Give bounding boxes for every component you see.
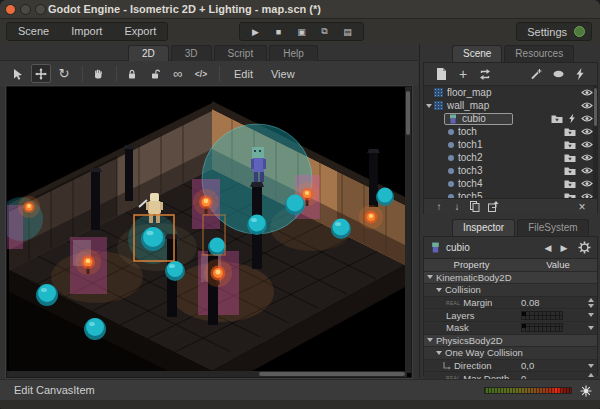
eye-icon[interactable] (581, 101, 593, 110)
tool-wand-button[interactable] (525, 65, 547, 83)
history-forward-button[interactable]: ▶ (556, 243, 572, 253)
eye-icon[interactable] (581, 114, 593, 123)
script-bolt-icon[interactable] (568, 113, 576, 124)
tab-resources[interactable]: Resources (504, 45, 574, 62)
property-layers[interactable]: Layers (424, 309, 597, 322)
lock-button[interactable] (122, 64, 142, 83)
move-down-button[interactable]: ↓ (448, 200, 466, 214)
instanced-folder-icon[interactable] (564, 179, 576, 189)
pan-tool-button[interactable] (88, 64, 108, 83)
move-up-button[interactable]: ↑ (430, 200, 448, 214)
tree-row-toch1[interactable]: toch1 (424, 138, 597, 151)
eye-icon[interactable] (581, 140, 593, 149)
eye-icon[interactable] (581, 192, 593, 198)
property-direction[interactable]: Direction 0,0 (424, 360, 597, 373)
titlebar[interactable]: Godot Engine - Isometric 2D + Lighting -… (0, 0, 600, 19)
collapse-arrow-icon[interactable] (436, 288, 442, 292)
tab-script[interactable]: Script (214, 45, 268, 61)
add-node-button[interactable]: + (452, 65, 474, 83)
mask-bitmask-control[interactable] (521, 323, 563, 332)
play-scene-button[interactable]: ▣ (290, 23, 313, 40)
eye-icon[interactable] (581, 127, 593, 136)
property-margin[interactable]: REAL Margin 0.08 (424, 297, 597, 310)
canvas-menu-edit[interactable]: Edit (225, 68, 262, 80)
window-maximize-button[interactable] (35, 4, 46, 15)
viewport-horizontal-scrollbar[interactable] (7, 371, 407, 377)
delete-node-button[interactable]: × (573, 200, 591, 214)
menu-scene[interactable]: Scene (7, 23, 60, 40)
group-button[interactable]: ∞ (168, 64, 188, 83)
new-scene-button[interactable] (430, 65, 452, 83)
tree-scroll-thumb[interactable] (594, 88, 597, 126)
menu-import[interactable]: Import (60, 23, 113, 40)
property-mask[interactable]: Mask (424, 322, 597, 335)
instance-scene-button[interactable] (474, 65, 496, 83)
stop-button[interactable]: ■ (267, 23, 290, 40)
tree-row-cubio[interactable]: cubio (424, 112, 597, 125)
collapse-arrow-icon[interactable] (427, 338, 433, 342)
dropdown-arrow-icon[interactable] (588, 364, 594, 368)
direction-value[interactable]: 0,0 (521, 360, 534, 371)
dropdown-arrow-icon[interactable] (588, 313, 594, 317)
menu-export[interactable]: Export (113, 23, 167, 40)
select-tool-button[interactable] (8, 64, 28, 83)
collapse-arrow-icon[interactable] (427, 275, 433, 279)
edit-script-button[interactable]: </> (191, 64, 211, 83)
viewport-vertical-scrollbar[interactable] (405, 87, 411, 373)
window-close-button[interactable] (5, 4, 16, 15)
tree-row-toch5[interactable]: toch5 (424, 190, 597, 198)
spinner-control[interactable] (588, 298, 594, 308)
play-custom-scene-button[interactable]: ⧉ (313, 23, 336, 40)
margin-value[interactable]: 0.08 (521, 297, 540, 308)
tree-row-toch4[interactable]: toch4 (424, 177, 597, 190)
group-one-way-collision[interactable]: One Way Collision (424, 347, 597, 360)
instanced-folder-icon[interactable] (564, 192, 576, 199)
settings-button[interactable]: Settings (516, 22, 592, 41)
viewport-vscroll-thumb[interactable] (406, 91, 410, 135)
dropdown-arrow-icon[interactable] (588, 326, 594, 330)
unlock-button[interactable] (145, 64, 165, 83)
tree-row-wall-map[interactable]: wall_map (424, 99, 597, 112)
tab-filesystem[interactable]: FileSystem (517, 219, 588, 236)
reparent-button[interactable] (484, 200, 502, 214)
tree-row-toch2[interactable]: toch2 (424, 151, 597, 164)
tab-inspector[interactable]: Inspector (452, 219, 515, 236)
collapse-arrow-icon[interactable] (436, 351, 442, 355)
instanced-folder-icon[interactable] (564, 153, 576, 163)
eye-icon[interactable] (581, 166, 593, 175)
instanced-folder-icon[interactable] (564, 127, 576, 137)
tab-2d[interactable]: 2D (128, 45, 169, 61)
eye-icon[interactable] (581, 88, 593, 97)
move-tool-button[interactable] (31, 64, 51, 83)
tool-bolt-button[interactable] (569, 65, 591, 83)
sun-icon[interactable] (580, 385, 592, 397)
expand-arrow-icon[interactable] (426, 104, 432, 108)
eye-icon[interactable] (581, 179, 593, 188)
category-kinematicbody2d[interactable]: KinematicBody2D (424, 272, 597, 285)
group-collision[interactable]: Collision (424, 284, 597, 297)
category-physicsbody2d[interactable]: PhysicsBody2D (424, 335, 597, 348)
play-button[interactable]: ▶ (244, 23, 267, 40)
tree-scrollbar[interactable] (593, 86, 597, 198)
canvas-viewport[interactable] (6, 86, 412, 378)
tree-row-toch3[interactable]: toch3 (424, 164, 597, 177)
gear-icon[interactable] (578, 241, 591, 254)
layers-bitmask-control[interactable] (521, 311, 563, 320)
eye-icon[interactable] (581, 153, 593, 162)
tool-visibility-button[interactable] (547, 65, 569, 83)
tree-row-toch[interactable]: toch (424, 125, 597, 138)
debug-options-button[interactable]: ▤ (336, 23, 359, 40)
viewport-hscroll-thumb[interactable] (259, 372, 405, 376)
tab-scene[interactable]: Scene (452, 45, 502, 62)
tree-row-floor-map[interactable]: floor_map (424, 86, 597, 99)
canvas-menu-view[interactable]: View (262, 68, 304, 80)
window-minimize-button[interactable] (20, 4, 31, 15)
rotate-tool-button[interactable]: ↻ (54, 64, 74, 83)
duplicate-button[interactable] (466, 200, 484, 214)
history-back-button[interactable]: ◀ (540, 243, 556, 253)
instanced-folder-icon[interactable] (551, 114, 563, 124)
tab-3d[interactable]: 3D (171, 45, 212, 61)
instanced-folder-icon[interactable] (564, 140, 576, 150)
instanced-folder-icon[interactable] (564, 166, 576, 176)
tab-help[interactable]: Help (269, 45, 318, 61)
